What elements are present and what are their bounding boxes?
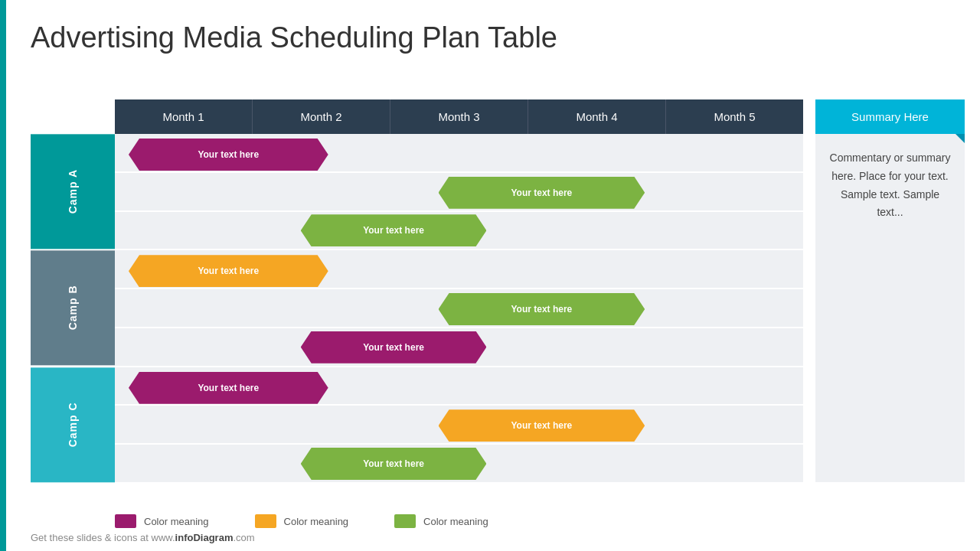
summary-header: Summary Here <box>815 99 965 134</box>
month-4-header: Month 4 <box>528 99 666 134</box>
camp-c-row: Camp C <box>31 367 803 482</box>
legend-label-orange: Color meaning <box>284 516 349 527</box>
camp-a-row: Camp A <box>31 134 803 250</box>
month-3-header: Month 3 <box>390 99 528 134</box>
month-5-header: Month 5 <box>666 99 803 134</box>
legend-item-purple: Color meaning <box>115 514 209 528</box>
bars-layer-b: Your text here Your text here Your text … <box>115 250 803 365</box>
camp-a-body: Your text here Your text here Your text … <box>115 134 803 249</box>
gantt-section: Month 1 Month 2 Month 3 Month 4 Month 5 … <box>31 99 803 482</box>
main-content: Month 1 Month 2 Month 3 Month 4 Month 5 … <box>31 99 965 482</box>
bar-a2: Your text here <box>439 177 645 209</box>
bar-b1: Your text here <box>129 255 328 287</box>
camp-a-label: Camp A <box>31 134 115 249</box>
footer-text: Get these slides & icons at www.infoDiag… <box>31 532 255 543</box>
camp-c-label: Camp C <box>31 367 115 482</box>
gantt-rows: Camp A <box>31 134 803 482</box>
bars-layer-a: Your text here Your text here Your text … <box>115 134 803 249</box>
legend-swatch-green <box>394 514 416 528</box>
camp-b-row: Camp B <box>31 250 803 367</box>
page-title: Advertising Media Scheduling Plan Table <box>31 21 557 54</box>
gantt-header: Month 1 Month 2 Month 3 Month 4 Month 5 <box>115 99 803 134</box>
legend-label-purple: Color meaning <box>144 516 209 527</box>
legend-swatch-purple <box>115 514 136 528</box>
bar-c3: Your text here <box>301 448 487 480</box>
camp-c-body: Your text here Your text here Your text … <box>115 367 803 482</box>
summary-panel: Summary Here Commentary or summary here.… <box>815 99 965 482</box>
legend-item-green: Color meaning <box>394 514 488 528</box>
camp-b-body: Your text here Your text here Your text … <box>115 250 803 365</box>
bars-layer-c: Your text here Your text here Your text … <box>115 367 803 482</box>
month-2-header: Month 2 <box>253 99 390 134</box>
legend-swatch-orange <box>255 514 276 528</box>
bar-a1: Your text here <box>129 139 328 171</box>
bar-c1: Your text here <box>129 372 328 404</box>
legend-label-green: Color meaning <box>423 516 488 527</box>
legend: Color meaning Color meaning Color meanin… <box>115 514 488 528</box>
bar-b3: Your text here <box>301 331 487 364</box>
left-accent-bar <box>0 0 6 551</box>
month-1-header: Month 1 <box>115 99 253 134</box>
legend-item-orange: Color meaning <box>255 514 349 528</box>
camp-b-label: Camp B <box>31 250 115 365</box>
bar-b2: Your text here <box>439 293 645 325</box>
bar-c2: Your text here <box>439 409 645 442</box>
summary-body: Commentary or summary here. Place for yo… <box>815 134 965 482</box>
bar-a3: Your text here <box>301 214 487 246</box>
